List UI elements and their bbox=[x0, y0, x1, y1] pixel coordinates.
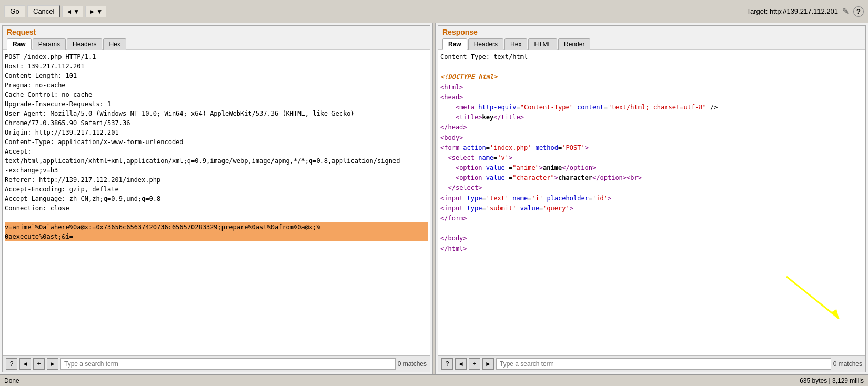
input1-line: <input type='text' name='i' placeholder=… bbox=[440, 194, 863, 204]
request-highlighted-payload: v=anime`%0a`where%0a@x:=0x73656c65637420… bbox=[5, 222, 428, 241]
edit-icon[interactable]: ✎ bbox=[842, 6, 849, 16]
go-button[interactable]: Go bbox=[4, 5, 25, 17]
doctype-line: <!DOCTYPE html> bbox=[440, 72, 863, 82]
tab-request-headers[interactable]: Headers bbox=[67, 38, 102, 50]
head-close: </head> bbox=[440, 123, 863, 133]
request-line-10: Content-Type: application/x-www-form-url… bbox=[5, 137, 428, 147]
tab-response-html[interactable]: HTML bbox=[528, 38, 557, 50]
tab-response-hex[interactable]: Hex bbox=[504, 38, 527, 50]
request-line-9: Origin: http://139.217.112.201 bbox=[5, 128, 428, 137]
cancel-button[interactable]: Cancel bbox=[27, 5, 60, 17]
request-line-15: Accept-Encoding: gzip, deflate bbox=[5, 185, 428, 194]
request-line-blank bbox=[5, 213, 428, 222]
response-panel: Response Raw Headers Hex HTML Render Con… bbox=[438, 25, 866, 372]
request-search-add-icon[interactable]: + bbox=[33, 358, 45, 370]
request-line-2: Host: 139.217.112.201 bbox=[5, 62, 428, 71]
title-line: <title>key</title> bbox=[440, 113, 863, 123]
blank-1 bbox=[440, 62, 863, 72]
html-open: <html> bbox=[440, 83, 863, 93]
target-info: Target: http://139.217.112.201 ✎ ? bbox=[747, 6, 864, 17]
status-right: 635 bytes | 3,129 millis bbox=[800, 377, 864, 384]
form-close: </form> bbox=[440, 214, 863, 224]
request-body[interactable]: POST /index.php HTTP/1.1 Host: 139.217.1… bbox=[3, 50, 430, 355]
request-line-8: Chrome/77.0.3865.90 Safari/537.36 bbox=[5, 118, 428, 128]
option1-line: <option value ="anime">anime</option> bbox=[440, 163, 863, 173]
tab-response-render[interactable]: Render bbox=[558, 38, 590, 50]
tab-request-hex[interactable]: Hex bbox=[103, 38, 126, 50]
request-line-1: POST /index.php HTTP/1.1 bbox=[5, 52, 428, 62]
request-search-bar: ? ◄ + ► 0 matches bbox=[3, 355, 430, 372]
request-line-7: User-Agent: Mozilla/5.0 (Windows NT 10.0… bbox=[5, 109, 428, 118]
tab-response-headers[interactable]: Headers bbox=[468, 38, 503, 50]
tab-request-params[interactable]: Params bbox=[33, 38, 66, 50]
request-content: POST /index.php HTTP/1.1 Host: 139.217.1… bbox=[5, 52, 428, 241]
request-line-12: text/html,application/xhtml+xml,applicat… bbox=[5, 156, 428, 166]
response-body[interactable]: Content-Type: text/html <!DOCTYPE html> … bbox=[438, 50, 865, 355]
response-tabs: Raw Headers Hex HTML Render bbox=[442, 38, 861, 50]
request-line-14: Referer: http://139.217.112.201/index.ph… bbox=[5, 175, 428, 185]
request-line-3: Content-Length: 101 bbox=[5, 71, 428, 80]
meta-line: <meta http-equiv="Content-Type" content=… bbox=[440, 103, 863, 113]
request-tabs: Raw Params Headers Hex bbox=[7, 38, 426, 50]
response-search-next-icon[interactable]: ► bbox=[482, 358, 494, 370]
request-search-prev-icon[interactable]: ◄ bbox=[19, 358, 31, 370]
request-search-matches: 0 matches bbox=[398, 360, 427, 368]
html-close: </html> bbox=[440, 244, 863, 254]
request-line-5: Cache-Control: no-cache bbox=[5, 90, 428, 99]
nav-next-icon: ► bbox=[89, 8, 95, 15]
help-icon[interactable]: ? bbox=[853, 6, 864, 17]
head-open: <head> bbox=[440, 93, 863, 103]
body-close: </body> bbox=[440, 233, 863, 243]
request-line-11: Accept: bbox=[5, 147, 428, 156]
status-bar: Done 635 bytes | 3,129 millis bbox=[0, 374, 868, 386]
request-search-help-icon[interactable]: ? bbox=[6, 358, 17, 370]
response-title: Response bbox=[442, 28, 861, 36]
nav-prev-icon: ◄ bbox=[66, 8, 72, 15]
request-line-13: -exchange;v=b3 bbox=[5, 166, 428, 175]
response-search-bar: ? ◄ + ► 0 matches bbox=[438, 355, 865, 372]
target-label: Target: http://139.217.112.201 bbox=[747, 7, 838, 15]
request-search-input[interactable] bbox=[60, 358, 396, 370]
blank-2 bbox=[440, 224, 863, 233]
request-header: Request Raw Params Headers Hex bbox=[3, 26, 430, 50]
tab-response-raw[interactable]: Raw bbox=[442, 38, 467, 50]
response-search-prev-icon[interactable]: ◄ bbox=[455, 358, 467, 370]
nav-next-button[interactable]: ►▼ bbox=[85, 6, 106, 17]
main-content: Request Raw Params Headers Hex POST /ind… bbox=[0, 23, 868, 374]
request-panel: Request Raw Params Headers Hex POST /ind… bbox=[2, 25, 430, 372]
request-title: Request bbox=[7, 28, 426, 36]
request-line-16: Accept-Language: zh-CN,zh;q=0.9,und;q=0.… bbox=[5, 194, 428, 204]
yellow-arrow-annotation bbox=[781, 271, 844, 324]
response-search-matches: 0 matches bbox=[833, 360, 862, 368]
panel-divider[interactable] bbox=[432, 23, 436, 374]
tab-request-raw[interactable]: Raw bbox=[7, 38, 32, 50]
select-line: <select name='v'> bbox=[440, 153, 863, 163]
response-search-add-icon[interactable]: + bbox=[469, 358, 480, 370]
response-search-input[interactable] bbox=[496, 358, 831, 370]
nav-prev-button[interactable]: ◄▼ bbox=[62, 6, 83, 17]
svg-line-0 bbox=[786, 277, 839, 319]
body-open: <body> bbox=[440, 133, 863, 143]
form-line: <form action='index.php' method='POST'> bbox=[440, 143, 863, 153]
content-type-line: Content-Type: text/html bbox=[440, 52, 863, 62]
svg-marker-1 bbox=[831, 309, 839, 319]
response-search-help-icon[interactable]: ? bbox=[441, 358, 453, 370]
request-line-4: Pragma: no-cache bbox=[5, 80, 428, 90]
select-close: </select> bbox=[440, 183, 863, 193]
toolbar: Go Cancel ◄▼ ►▼ Target: http://139.217.1… bbox=[0, 0, 868, 23]
option2-line: <option value ="character">character</op… bbox=[440, 173, 863, 183]
request-line-6: Upgrade-Insecure-Requests: 1 bbox=[5, 99, 428, 109]
request-search-next-icon[interactable]: ► bbox=[47, 358, 58, 370]
response-content: Content-Type: text/html <!DOCTYPE html> … bbox=[440, 52, 863, 254]
response-header: Response Raw Headers Hex HTML Render bbox=[438, 26, 865, 50]
input2-line: <input type='submit' value='query'> bbox=[440, 204, 863, 214]
status-left: Done bbox=[4, 377, 19, 384]
request-line-17: Connection: close bbox=[5, 204, 428, 213]
